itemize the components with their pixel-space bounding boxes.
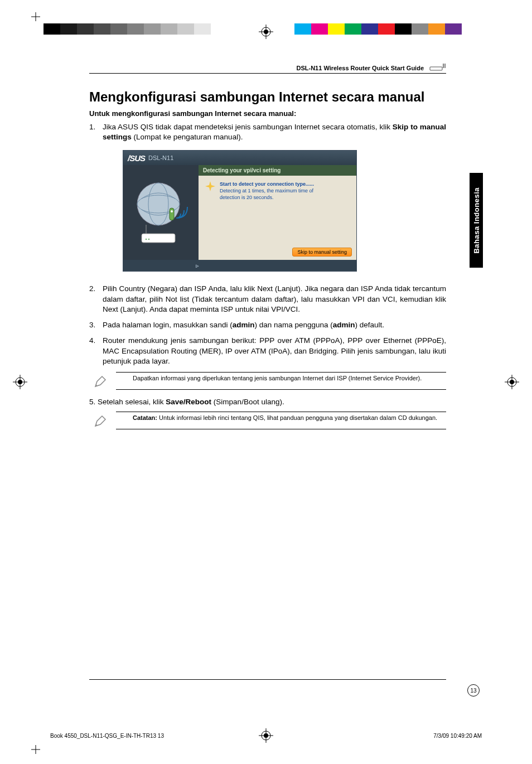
language-label: Bahasa Indonesia <box>472 187 481 254</box>
page-content: DSL-N11 Wireless Router Quick Start Guid… <box>89 62 446 437</box>
svg-marker-32 <box>205 181 215 191</box>
step-2: 2.Pilih Country (Negara) dan ISP Anda, l… <box>89 284 446 315</box>
crop-tick-bottom-left <box>31 745 40 754</box>
asus-logo: /SUS <box>128 153 146 163</box>
meta-datetime: 7/3/09 10:49:20 AM <box>433 733 482 739</box>
svg-rect-26 <box>170 208 174 220</box>
pencil-icon <box>94 375 107 388</box>
cursor-icon: ▹ <box>196 262 199 269</box>
note-qis-manual: Catatan: Untuk informasi lebih rinci ten… <box>116 412 446 429</box>
note-isp-info: Dapatkan informasi yang diperlukan tenta… <box>116 372 446 390</box>
sparkle-icon <box>205 181 215 191</box>
svg-point-27 <box>171 210 173 212</box>
step-number: 1. <box>89 122 103 142</box>
grayscale-calibration-bar <box>43 23 211 35</box>
language-side-tab: Bahasa Indonesia <box>470 173 483 268</box>
screenshot-footer: ▹ <box>123 260 356 271</box>
running-title: DSL-N11 Wireless Router Quick Start Guid… <box>296 65 424 71</box>
page-title: Mengkonfigurasi sambungan Internet secar… <box>89 89 446 105</box>
steps-list-cont: 2.Pilih Country (Negara) dan ISP Anda, l… <box>89 284 446 366</box>
intro-subhead: Untuk mengkonfigurasi sambungan Internet… <box>89 109 446 118</box>
svg-rect-20 <box>430 67 442 70</box>
running-header: DSL-N11 Wireless Router Quick Start Guid… <box>89 62 446 74</box>
registration-mark-left <box>13 375 27 389</box>
steps-list: 1. Jika ASUS QIS tidak dapat mendeteksi … <box>89 122 446 142</box>
screenshot-illustration <box>123 165 199 260</box>
model-label: DSL-N11 <box>148 154 173 161</box>
svg-point-30 <box>145 239 146 240</box>
step-5: 5. Setelah selesai, klik Save/Reboot (Si… <box>89 398 446 406</box>
step-4: 4.Router mendukung jenis sambungan berik… <box>89 336 446 366</box>
screenshot-main-panel: Detecting your vpi/vci setting Start to … <box>199 165 356 260</box>
step-3: 3.Pada halaman login, masukkan sandi (ad… <box>89 320 446 330</box>
svg-point-31 <box>148 239 149 240</box>
color-calibration-bar <box>294 23 462 35</box>
detect-message: Start to detect your connection type....… <box>199 176 356 206</box>
meta-filename: Book 4550_DSL-N11-QSG_E-IN-TH-TR13 13 <box>50 733 164 739</box>
step-1: 1. Jika ASUS QIS tidak dapat mendeteksi … <box>89 122 446 142</box>
registration-mark-right <box>505 375 519 389</box>
detect-status-bar: Detecting your vpi/vci setting <box>199 165 356 176</box>
registration-mark-top <box>259 25 273 39</box>
screenshot-header: /SUS DSL-N11 <box>123 151 356 165</box>
pencil-icon <box>94 414 107 428</box>
page-footer-rule: 13 <box>89 679 446 694</box>
qis-screenshot: /SUS DSL-N11 <box>123 150 446 272</box>
svg-rect-28 <box>142 234 175 243</box>
skip-to-manual-button[interactable]: Skip to manual setting <box>292 248 352 257</box>
crop-tick-top-left <box>31 12 40 21</box>
print-meta-line: Book 4550_DSL-N11-QSG_E-IN-TH-TR13 13 7/… <box>50 733 482 739</box>
page-number: 13 <box>467 684 480 697</box>
router-icon <box>429 62 446 71</box>
